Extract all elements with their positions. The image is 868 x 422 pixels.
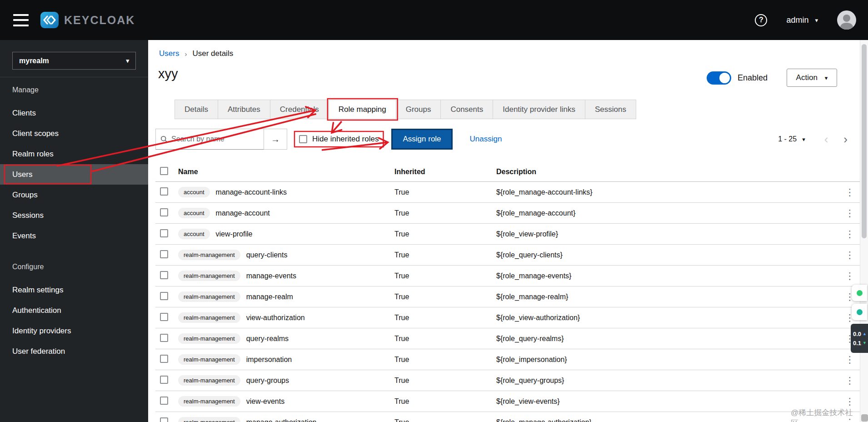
row-checkbox[interactable]: [160, 229, 168, 237]
user-menu[interactable]: admin ▾: [786, 15, 818, 25]
sidebar-item-clients[interactable]: Clients: [0, 103, 148, 123]
row-checkbox[interactable]: [160, 417, 168, 422]
column-header-description: Description: [496, 168, 840, 176]
sidebar-item-identity-providers[interactable]: Identity providers: [0, 321, 148, 341]
role-name: manage-realm: [246, 293, 293, 301]
search-input[interactable]: [171, 135, 259, 143]
avatar[interactable]: [837, 10, 856, 30]
tab-role-mapping[interactable]: Role mapping: [329, 100, 396, 119]
enabled-toggle[interactable]: [707, 71, 731, 85]
row-checkbox[interactable]: [160, 292, 168, 300]
kebab-menu-icon[interactable]: ⋮: [840, 229, 860, 240]
overlay-widget-green-dot[interactable]: [852, 285, 867, 301]
hide-inherited-label: Hide inherited roles: [312, 135, 379, 144]
scrollbar-thumb[interactable]: [862, 44, 867, 238]
search-icon: [160, 135, 168, 143]
column-header-inherited: Inherited: [394, 168, 496, 176]
sidebar-item-realm-roles[interactable]: Realm roles: [0, 144, 148, 164]
kebab-menu-icon[interactable]: ⋮: [840, 250, 860, 261]
breadcrumb-users-link[interactable]: Users: [159, 49, 179, 58]
client-badge: account: [178, 208, 210, 218]
help-glyph: ?: [759, 16, 763, 24]
role-name: query-clients: [246, 251, 288, 259]
watermark: @稀土掘金技术社区: [791, 407, 868, 422]
sidebar-item-sessions[interactable]: Sessions: [0, 205, 148, 226]
pagination: 1 - 25 ▾ ‹ ›: [778, 129, 848, 150]
user-avatar-icon: [837, 10, 856, 30]
client-badge: realm-management: [178, 312, 240, 323]
breadcrumb-separator-icon: ›: [185, 50, 187, 58]
sidebar-item-user-federation[interactable]: User federation: [0, 341, 148, 362]
realm-selector[interactable]: myrealm ▾: [12, 52, 136, 70]
role-name: view-authorization: [246, 314, 305, 322]
row-checkbox[interactable]: [160, 334, 168, 342]
nav-section-title-configure: Configure: [0, 262, 148, 271]
role-description: ${role_query-clients}: [496, 251, 840, 259]
action-dropdown[interactable]: Action ▾: [787, 69, 837, 87]
role-name: view-profile: [216, 230, 253, 238]
search-submit-button[interactable]: →: [264, 129, 287, 150]
upload-arrow-icon: ▲: [863, 332, 867, 336]
table-row: realm-managementmanage-eventsTrue${role_…: [155, 266, 860, 286]
kebab-menu-icon[interactable]: ⋮: [840, 271, 860, 281]
nav-section-title-manage: Manage: [0, 85, 148, 95]
tab-groups[interactable]: Groups: [396, 100, 441, 119]
brand-text: KEYCLOAK: [64, 14, 135, 27]
tab-consents[interactable]: Consents: [441, 100, 493, 119]
username: admin: [786, 15, 808, 25]
chevron-down-icon: ▾: [126, 57, 129, 64]
table-header-row: Name Inherited Description: [155, 162, 860, 182]
kebab-menu-icon[interactable]: ⋮: [840, 187, 860, 198]
overlay-widget-teal-dot[interactable]: [852, 304, 867, 320]
next-page-button[interactable]: ›: [843, 133, 848, 145]
kebab-menu-icon[interactable]: ⋮: [840, 208, 860, 219]
toggle-knob: [719, 73, 730, 83]
kebab-menu-icon[interactable]: ⋮: [840, 375, 860, 386]
chevron-down-icon: ▾: [825, 75, 828, 81]
sidebar-item-groups[interactable]: Groups: [0, 185, 148, 205]
header-actions: Enabled Action ▾: [707, 68, 837, 87]
select-all-checkbox[interactable]: [160, 167, 168, 175]
tab-credentials[interactable]: Credentials: [270, 100, 329, 119]
kebab-menu-icon[interactable]: ⋮: [840, 354, 860, 365]
help-icon[interactable]: ?: [755, 14, 767, 26]
role-description: ${role_view-authorization}: [496, 314, 840, 322]
main-content: Users › User details xyy Enabled Action …: [148, 40, 868, 422]
tab-identity-provider-links[interactable]: Identity provider links: [493, 100, 585, 119]
sidebar-item-users[interactable]: Users: [0, 164, 148, 185]
assign-role-button[interactable]: Assign role: [391, 129, 452, 150]
watermark-text: @稀土掘金技术社区: [791, 407, 858, 422]
client-badge: realm-management: [178, 375, 240, 386]
tab-sessions[interactable]: Sessions: [585, 100, 636, 119]
role-description: ${role_manage-account-links}: [496, 188, 840, 196]
sidebar-item-realm-settings[interactable]: Realm settings: [0, 280, 148, 300]
row-checkbox[interactable]: [160, 376, 168, 384]
role-description: ${role_view-events}: [496, 397, 840, 406]
topbar: KEYCLOAK ? admin ▾: [0, 0, 868, 40]
row-checkbox[interactable]: [160, 313, 168, 321]
kebab-menu-icon[interactable]: ⋮: [840, 396, 860, 407]
scrollbar-track: [860, 40, 868, 422]
pagination-dropdown[interactable]: 1 - 25 ▾: [778, 135, 805, 143]
menu-toggle-icon[interactable]: [13, 14, 29, 26]
sidebar-item-authentication[interactable]: Authentication: [0, 300, 148, 321]
row-checkbox[interactable]: [160, 355, 168, 363]
chevron-down-icon: ▾: [815, 17, 818, 24]
sidebar-item-events[interactable]: Events: [0, 226, 148, 246]
tab-attributes[interactable]: Attributes: [218, 100, 270, 119]
sidebar-item-client-scopes[interactable]: Client scopes: [0, 123, 148, 144]
sidebar-nav: ManageClientsClient scopesRealm rolesUse…: [0, 77, 148, 362]
row-checkbox[interactable]: [160, 271, 168, 279]
role-description: ${role_manage-realm}: [496, 293, 840, 301]
unassign-button[interactable]: Unassign: [470, 135, 502, 144]
previous-page-button[interactable]: ‹: [824, 133, 828, 145]
row-checkbox[interactable]: [160, 250, 168, 258]
tab-details[interactable]: Details: [175, 100, 218, 119]
row-checkbox[interactable]: [160, 208, 168, 216]
table-row: realm-managementimpersonationTrue${role_…: [155, 349, 860, 370]
row-checkbox[interactable]: [160, 397, 168, 405]
inherited-value: True: [394, 397, 496, 406]
hide-inherited-checkbox[interactable]: [299, 135, 307, 143]
row-checkbox[interactable]: [160, 187, 168, 196]
enabled-label: Enabled: [738, 73, 768, 83]
